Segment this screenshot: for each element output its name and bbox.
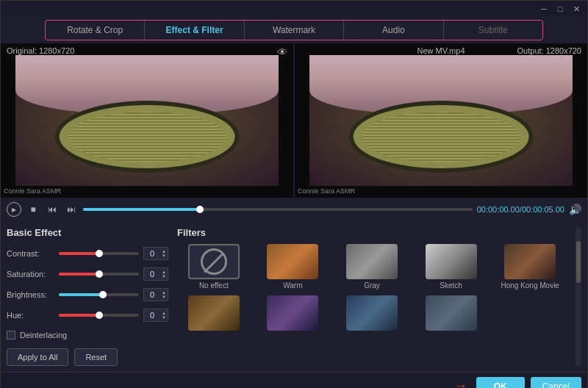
bottom-panel: Basic Effect Contrast: 0 ▲ ▼ (1, 221, 587, 372)
saturation-row: Saturation: 0 ▲ ▼ (7, 266, 168, 282)
video-content-right (309, 55, 573, 187)
filter-warm[interactable]: Warm (257, 244, 330, 290)
contrast-thumb[interactable] (96, 250, 103, 257)
deinterlace-row: Deinterlacing (7, 331, 168, 340)
saturation-thumb[interactable] (96, 270, 103, 278)
progress-fill (83, 208, 200, 211)
saturation-value: 0 (144, 270, 160, 279)
tabs-bar: Rotate & Crop Effect & Filter Watermark … (45, 20, 543, 40)
filter-row2-4[interactable] (415, 295, 488, 333)
progress-bar[interactable] (83, 208, 473, 211)
disc-visual-right (349, 101, 534, 173)
saturation-slider[interactable] (59, 273, 139, 276)
filters-grid: No effect Warm Gray Ske (177, 244, 567, 333)
original-label: Original: 1280x720 (7, 46, 74, 55)
prev-button[interactable]: ⏮ (45, 202, 60, 217)
video-canvas-right (295, 43, 587, 198)
hue-row: Hue: 0 ▲ ▼ (7, 307, 168, 323)
minimize-button[interactable]: ─ (539, 4, 549, 14)
filter-row2-3[interactable] (335, 295, 409, 333)
volume-icon[interactable]: 🔊 (569, 204, 581, 215)
scroll-thumb[interactable] (576, 241, 581, 283)
no-effect-icon (201, 248, 227, 275)
basic-effect-title: Basic Effect (7, 227, 168, 238)
brightness-down[interactable]: ▼ (160, 295, 168, 299)
preview-panel-original: Original: 1280x720 👁 Connie Sara ASMR (1, 43, 293, 198)
brightness-value-box: 0 ▲ ▼ (143, 288, 168, 301)
brightness-value: 0 (144, 290, 160, 299)
controls-bar: ▶ ■ ⏮ ⏭ 00:00:00.00/00:00:05.00 🔊 (1, 198, 587, 221)
contrast-arrows[interactable]: ▲ ▼ (160, 249, 168, 258)
filter-thumb-row2-1 (188, 295, 240, 331)
maximize-button[interactable]: □ (555, 4, 565, 14)
filters-title: Filters (177, 227, 567, 238)
file-name-label: New MV.mp4 (417, 46, 465, 55)
deinterlace-label: Deinterlacing (20, 331, 67, 340)
tab-rotate-crop[interactable]: Rotate & Crop (46, 21, 145, 40)
tab-effect-filter[interactable]: Effect & Filter (145, 21, 244, 40)
filter-label-gray: Gray (364, 281, 380, 290)
tab-audio[interactable]: Audio (344, 21, 443, 40)
apply-to-all-button[interactable]: Apply to All (7, 348, 68, 366)
contrast-slider[interactable] (59, 252, 139, 255)
filter-label-no-effect: No effect (199, 281, 229, 290)
bottom-bar: → OK Cancel (1, 372, 587, 388)
title-bar: ─ □ ✕ (1, 1, 587, 17)
tab-subtitle[interactable]: Subtitle (444, 21, 542, 40)
main-content: Original: 1280x720 👁 Connie Sara ASMR Ne… (1, 43, 587, 388)
filter-sketch[interactable]: Sketch (415, 244, 488, 290)
disc-visual-left (55, 101, 240, 173)
deinterlace-checkbox[interactable] (7, 331, 15, 340)
filter-row2-2[interactable] (257, 295, 330, 333)
video-canvas-left (1, 43, 293, 198)
filter-thumb-row2-2 (267, 295, 318, 331)
contrast-fill (59, 252, 99, 255)
contrast-value-box: 0 ▲ ▼ (143, 247, 168, 260)
filter-thumb-row2-4 (426, 295, 477, 331)
tab-watermark[interactable]: Watermark (245, 21, 344, 40)
filter-hk-movie[interactable]: Hong Kong Movie (493, 244, 567, 290)
play-button[interactable]: ▶ (7, 202, 21, 217)
brightness-thumb[interactable] (99, 291, 107, 298)
contrast-down[interactable]: ▼ (160, 254, 168, 258)
close-button[interactable]: ✕ (571, 4, 581, 14)
app-window: ─ □ ✕ Rotate & Crop Effect & Filter Wate… (0, 0, 588, 388)
brightness-row: Brightness: 0 ▲ ▼ (7, 287, 168, 303)
saturation-arrows[interactable]: ▲ ▼ (160, 270, 168, 279)
cancel-button[interactable]: Cancel (531, 377, 581, 389)
action-buttons: Apply to All Reset (7, 348, 168, 366)
brightness-arrows[interactable]: ▲ ▼ (160, 290, 168, 299)
hue-arrows[interactable]: ▲ ▼ (160, 311, 168, 320)
hue-slider[interactable] (59, 314, 139, 317)
hue-fill (59, 314, 99, 317)
saturation-label: Saturation: (7, 270, 54, 279)
filter-thumb-gray (346, 244, 398, 279)
preview-panel-output: New MV.mp4 Output: 1280x720 Connie Sara … (293, 43, 587, 198)
ok-button[interactable]: OK (476, 377, 525, 389)
hue-down[interactable]: ▼ (160, 315, 168, 320)
filter-thumb-no-effect (188, 244, 240, 279)
scroll-track[interactable] (576, 227, 581, 366)
filter-label-warm: Warm (283, 281, 302, 290)
stop-button[interactable]: ■ (26, 202, 40, 217)
contrast-row: Contrast: 0 ▲ ▼ (7, 245, 168, 262)
eye-icon[interactable]: 👁 (277, 46, 287, 58)
watermark-left: Connie Sara ASMR (4, 187, 61, 195)
filter-row2-1[interactable] (177, 295, 251, 333)
output-label: Output: 1280x720 (517, 46, 581, 55)
reset-button[interactable]: Reset (74, 348, 118, 366)
video-content-left (15, 55, 279, 187)
filter-thumb-sketch (426, 244, 477, 279)
saturation-down[interactable]: ▼ (160, 274, 168, 279)
hue-label: Hue: (7, 311, 54, 320)
filter-label-sketch: Sketch (440, 281, 462, 290)
progress-thumb[interactable] (196, 206, 204, 213)
next-button[interactable]: ⏭ (64, 202, 79, 217)
brightness-fill (59, 293, 103, 296)
filter-gray[interactable]: Gray (335, 244, 409, 290)
effect-panel: Basic Effect Contrast: 0 ▲ ▼ (7, 227, 168, 366)
hue-thumb[interactable] (96, 312, 103, 319)
filter-thumb-row2-3 (346, 295, 398, 331)
brightness-slider[interactable] (59, 293, 139, 296)
filter-no-effect[interactable]: No effect (177, 244, 251, 290)
